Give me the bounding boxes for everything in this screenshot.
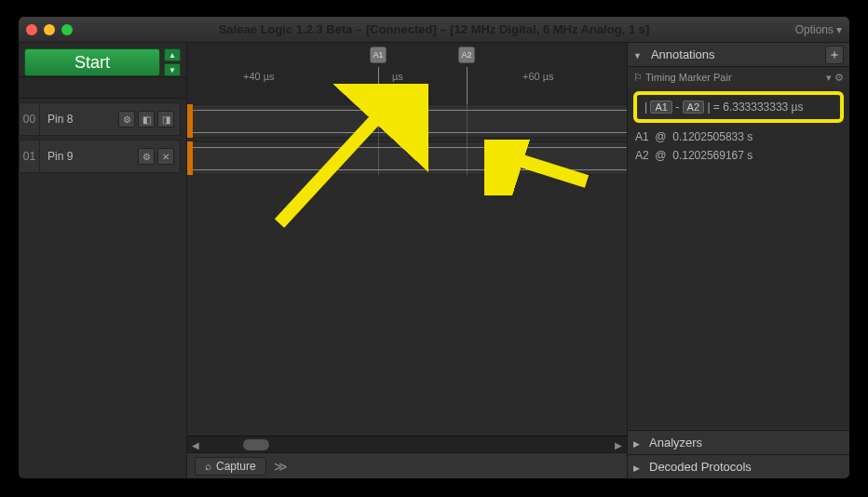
annotation-body: | A1 - A2 | = 6.333333333 µs A1 @ 0.1202… [628, 87, 849, 168]
disclosure-triangle-icon[interactable] [633, 436, 644, 450]
waveform-canvas[interactable] [187, 104, 627, 436]
scroll-thumb[interactable] [243, 439, 269, 450]
close-icon[interactable] [26, 24, 37, 35]
scroll-right-icon[interactable]: ▶ [610, 437, 627, 453]
horizontal-scrollbar[interactable]: ◀ ▶ [187, 436, 627, 452]
marker-a1-row: A1 @ 0.1202505833 s [635, 130, 842, 143]
start-spinner: ▲ ▼ [164, 48, 181, 76]
gear-icon[interactable]: ⚙ [138, 148, 155, 165]
trace-line [193, 110, 627, 111]
channel-label: Pin 9 [40, 150, 138, 163]
waveform-area[interactable]: +40 µs µs +60 µs A1 A2 [186, 43, 628, 478]
marker-diff-value: 6.333333333 µs [723, 101, 803, 114]
app-body: Start ▲ ▼ 00 Pin 8 ⚙ ◧ ◨ 01 Pin 9 [19, 43, 849, 478]
analyzers-header[interactable]: Analyzers [628, 430, 849, 454]
tab-more-icon[interactable]: ≫ [274, 459, 288, 474]
marker-flag-a2[interactable]: A2 [458, 47, 475, 63]
search-icon: ⌕ [205, 460, 211, 473]
window-controls [26, 24, 73, 35]
ruler-tick: +60 µs [522, 71, 554, 82]
capture-tabbar: ⌕ Capture ≫ [187, 452, 627, 478]
left-panel: Start ▲ ▼ 00 Pin 8 ⚙ ◧ ◨ 01 Pin 9 [19, 43, 186, 478]
marker-pair-icon: ⚐ [633, 72, 643, 84]
a1-time: 0.1202505833 s [672, 130, 753, 143]
a2-time: 0.1202569167 s [672, 149, 753, 162]
ruler-tick: µs [392, 71, 403, 82]
app-window: Saleae Logic 1.2.3 Beta – [Connected] – … [19, 17, 849, 478]
ruler-left-spacer [19, 76, 186, 99]
trace-line [193, 132, 627, 133]
chip-a2: A2 [683, 101, 704, 114]
timing-pair-header[interactable]: ⚐ Timing Marker Pair ▾ ⚙ [628, 67, 849, 87]
disclosure-triangle-icon[interactable] [633, 460, 644, 474]
close-icon[interactable]: ✕ [157, 148, 174, 165]
add-annotation-button[interactable]: ＋ [825, 46, 844, 64]
timing-pair-title: Timing Marker Pair [645, 72, 732, 83]
trace-line [193, 169, 627, 170]
gear-icon[interactable]: ▾ ⚙ [826, 72, 844, 84]
annotations-header[interactable]: Annotations ＋ [628, 43, 849, 67]
annotations-title: Annotations [651, 47, 715, 61]
scroll-left-icon[interactable]: ◀ [187, 437, 204, 453]
options-menu[interactable]: Options ▾ [795, 23, 842, 36]
decoded-title: Decoded Protocols [649, 460, 752, 474]
tab-label: Capture [216, 460, 256, 473]
marker-diff-row: | A1 - A2 | = 6.333333333 µs [633, 91, 844, 123]
chevron-down-icon: ▾ [836, 23, 842, 36]
disclosure-triangle-icon[interactable] [633, 47, 645, 61]
titlebar: Saleae Logic 1.2.3 Beta – [Connected] – … [19, 17, 849, 43]
options-label: Options [795, 23, 834, 36]
spinner-down-icon[interactable]: ▼ [164, 63, 181, 76]
marker-a2-row: A2 @ 0.1202569167 s [635, 149, 842, 162]
ruler-tick: +40 µs [243, 71, 275, 82]
start-button[interactable]: Start [24, 48, 160, 76]
right-panel: Annotations ＋ ⚐ Timing Marker Pair ▾ ⚙ |… [628, 43, 849, 478]
time-ruler[interactable]: +40 µs µs +60 µs A1 A2 [187, 43, 627, 104]
marker-flag-a1[interactable]: A1 [370, 47, 387, 63]
signal-edge [378, 104, 379, 175]
channel-row-0[interactable]: 00 Pin 8 ⚙ ◧ ◨ [19, 102, 181, 136]
channel-row-1[interactable]: 01 Pin 9 ⚙ ✕ [19, 140, 181, 173]
gear-icon[interactable]: ⚙ [118, 111, 135, 128]
chip-a1: A1 [650, 101, 671, 114]
tab-capture[interactable]: ⌕ Capture [195, 457, 266, 476]
analyzers-title: Analyzers [649, 436, 702, 450]
minimize-icon[interactable] [44, 24, 55, 35]
window-title: Saleae Logic 1.2.3 Beta – [Connected] – … [19, 22, 849, 36]
zoom-icon[interactable] [61, 24, 73, 35]
trigger-falling-icon[interactable]: ◨ [157, 111, 174, 128]
channel-index: 01 [20, 141, 40, 172]
channel-label: Pin 8 [40, 113, 118, 126]
trace-line [193, 147, 627, 148]
trigger-rising-icon[interactable]: ◧ [138, 111, 155, 128]
decoded-protocols-header[interactable]: Decoded Protocols [628, 454, 849, 478]
spinner-up-icon[interactable]: ▲ [164, 48, 181, 61]
channel-index: 00 [20, 103, 40, 135]
signal-edge [467, 104, 468, 175]
